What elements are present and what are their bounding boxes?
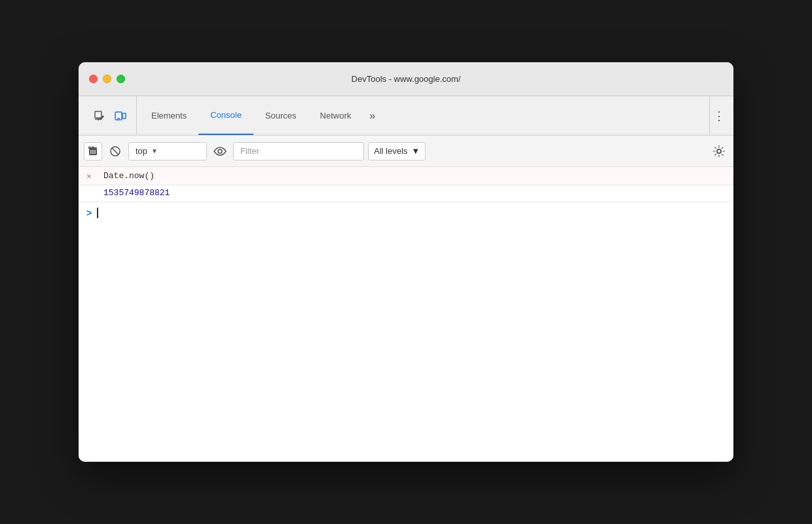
filter-input[interactable] xyxy=(233,142,364,160)
minimize-button[interactable] xyxy=(103,75,111,83)
svg-line-22 xyxy=(722,147,723,148)
console-command-text: Date.now() xyxy=(103,171,155,181)
window-title: DevTools - www.google.com/ xyxy=(352,74,461,84)
block-requests-button[interactable] xyxy=(106,142,124,160)
more-tabs-button[interactable]: » xyxy=(363,96,382,135)
console-entry-result: 1535749878821 xyxy=(79,185,733,202)
console-entry-command: × Date.now() xyxy=(79,167,733,185)
console-content: × Date.now() 1535749878821 > xyxy=(79,167,733,462)
svg-line-13 xyxy=(112,147,119,155)
device-toolbar-icon[interactable] xyxy=(111,107,130,125)
console-prompt-symbol: > xyxy=(86,208,92,218)
console-input-line[interactable]: > xyxy=(79,202,733,223)
levels-dropdown-arrow: ▼ xyxy=(411,146,420,156)
title-bar: DevTools - www.google.com/ xyxy=(79,62,733,96)
console-toolbar: top ▼ All levels ▼ xyxy=(79,136,733,167)
console-cursor xyxy=(97,208,98,218)
entry-prefix: × xyxy=(86,171,97,181)
svg-rect-4 xyxy=(122,113,126,119)
main-tabs: Elements Console Sources Network » xyxy=(139,96,382,135)
watch-expressions-button[interactable] xyxy=(211,142,229,160)
clear-console-button[interactable] xyxy=(84,142,102,160)
tab-sources[interactable]: Sources xyxy=(253,96,308,135)
traffic-lights xyxy=(89,75,125,83)
settings-button[interactable] xyxy=(710,142,728,160)
devtools-window: DevTools - www.google.com/ xyxy=(79,62,733,462)
svg-line-23 xyxy=(715,154,716,155)
log-levels-selector[interactable]: All levels ▼ xyxy=(368,142,426,160)
context-selector[interactable]: top ▼ xyxy=(128,142,207,160)
svg-line-21 xyxy=(722,154,723,155)
inspect-element-icon[interactable] xyxy=(90,107,109,125)
devtools-menu-button[interactable]: ⋮ xyxy=(710,107,728,125)
context-dropdown-arrow: ▼ xyxy=(151,147,158,155)
tab-elements[interactable]: Elements xyxy=(139,96,198,135)
devtools-icon-group xyxy=(84,96,137,135)
svg-rect-0 xyxy=(95,111,101,118)
tab-network[interactable]: Network xyxy=(308,96,363,135)
tab-bar: Elements Console Sources Network » ⋮ xyxy=(79,96,733,136)
tab-console[interactable]: Console xyxy=(198,96,253,135)
console-result-value: 1535749878821 xyxy=(86,188,170,198)
levels-label: All levels xyxy=(374,146,407,156)
context-value: top xyxy=(136,146,147,156)
svg-point-14 xyxy=(218,149,222,153)
maximize-button[interactable] xyxy=(117,75,125,83)
close-button[interactable] xyxy=(89,75,98,83)
svg-line-20 xyxy=(715,147,716,148)
